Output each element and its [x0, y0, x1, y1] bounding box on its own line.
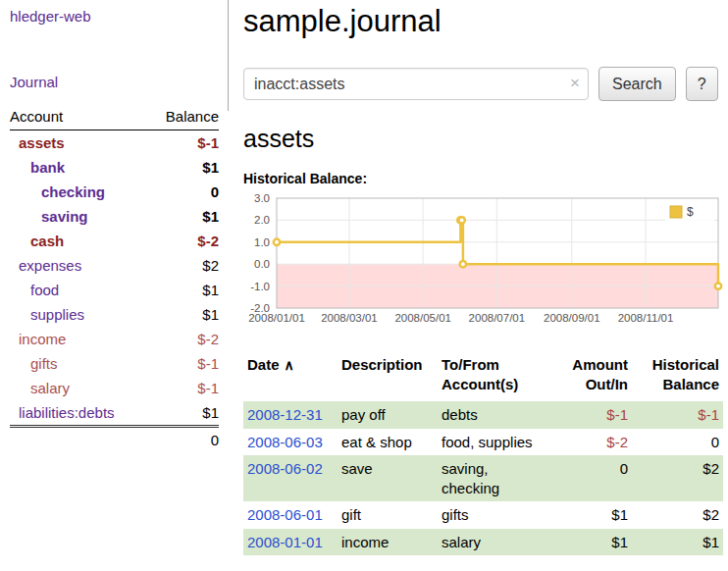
account-link[interactable]: assets: [19, 134, 65, 151]
account-balance: $-1: [148, 351, 219, 376]
transaction-row: 2008-06-01 gift gifts $1 $2: [243, 501, 723, 529]
column-header-description: Description: [338, 353, 438, 401]
svg-text:2.0: 2.0: [254, 214, 270, 226]
sidebar-divider: [228, 0, 229, 111]
account-link[interactable]: liabilities:debts: [19, 404, 115, 421]
transaction-row: 2008-01-01 income salary $1 $1: [243, 529, 723, 556]
account-link[interactable]: bank: [30, 159, 65, 176]
search-bar: × Search ?: [243, 67, 723, 101]
account-row: bank $1: [10, 155, 219, 180]
transaction-balance: $2: [632, 455, 723, 501]
search-button[interactable]: Search: [598, 67, 676, 101]
transaction-description: pay off: [338, 401, 438, 429]
column-header-balance: Historical Balance: [632, 353, 723, 401]
account-link[interactable]: supplies: [30, 306, 84, 323]
accounts-header-account: Account: [10, 106, 148, 130]
journal-link[interactable]: Journal: [10, 74, 58, 90]
sort-ascending-icon: ∧: [285, 357, 294, 373]
account-row: food $1: [10, 278, 219, 302]
transaction-accounts: saving, checking: [438, 455, 553, 501]
account-balance: $-1: [148, 130, 219, 156]
accounts-table: Account Balance assets $-1 bank $1 check…: [10, 106, 219, 452]
transaction-row: 2008-12-31 pay off debts $-1 $-1: [243, 401, 723, 429]
app-title-link[interactable]: hledger-web: [10, 8, 91, 25]
transaction-amount: $1: [553, 529, 632, 556]
svg-text:1.0: 1.0: [254, 236, 270, 248]
balance-chart-svg: 3.02.01.00.0-1.0-2.02008/01/012008/03/01…: [243, 192, 723, 330]
date-header-label: Date: [247, 356, 280, 373]
account-link[interactable]: saving: [41, 208, 88, 225]
help-button[interactable]: ?: [686, 67, 718, 101]
account-link[interactable]: gifts: [30, 355, 58, 372]
transaction-row: 2008-06-03 eat & shop food, supplies $-2…: [243, 429, 723, 456]
account-heading: assets: [243, 125, 723, 153]
svg-text:2008/03/01: 2008/03/01: [321, 312, 378, 324]
transactions-header-row: Date∧ Description To/From Account(s) Amo…: [243, 353, 723, 401]
transaction-amount: 0: [553, 455, 632, 501]
svg-text:3.0: 3.0: [254, 192, 270, 204]
svg-text:-1.0: -1.0: [250, 281, 270, 292]
account-balance: $-1: [148, 376, 219, 400]
svg-text:2008/05/01: 2008/05/01: [394, 312, 451, 324]
account-balance: $1: [148, 302, 219, 327]
sidebar: hledger-web Journal Account Balance asse…: [0, 0, 229, 452]
transactions-table: Date∧ Description To/From Account(s) Amo…: [243, 353, 723, 555]
account-balance: $1: [148, 155, 219, 180]
account-balance: $1: [148, 278, 219, 302]
accounts-total-row: 0: [10, 427, 219, 453]
account-row: gifts $-1: [10, 351, 219, 376]
main-content: sample.journal × Search ? assets Histori…: [243, 0, 723, 555]
account-row: saving $1: [10, 204, 219, 229]
accounts-total: 0: [148, 427, 219, 453]
account-row: expenses $2: [10, 253, 219, 278]
transaction-balance: $-1: [632, 401, 723, 429]
account-link[interactable]: cash: [30, 233, 64, 249]
chart-title: Historical Balance:: [243, 171, 723, 186]
account-balance: $1: [148, 204, 219, 229]
column-header-amount: Amount Out/In: [553, 353, 632, 401]
transaction-amount: $-1: [553, 401, 632, 429]
account-link[interactable]: checking: [41, 183, 105, 200]
svg-text:0.0: 0.0: [254, 258, 270, 270]
transaction-row: 2008-06-02 save saving, checking 0 $2: [243, 455, 723, 501]
svg-text:2008/09/01: 2008/09/01: [544, 312, 600, 324]
svg-text:2008/07/01: 2008/07/01: [469, 312, 526, 324]
account-link[interactable]: income: [19, 331, 66, 347]
transaction-date-link[interactable]: 2008-06-02: [247, 460, 323, 477]
account-row: income $-2: [10, 327, 219, 351]
svg-text:2008/11/01: 2008/11/01: [618, 312, 674, 324]
transaction-date-link[interactable]: 2008-06-01: [247, 506, 323, 523]
account-row: salary $-1: [10, 376, 219, 400]
svg-text:$: $: [687, 205, 694, 219]
transaction-description: gift: [338, 501, 438, 529]
page-title: sample.journal: [243, 4, 723, 39]
search-input[interactable]: [243, 68, 589, 100]
transaction-accounts: gifts: [438, 501, 553, 529]
accounts-header-balance: Balance: [148, 106, 219, 130]
account-link[interactable]: food: [30, 282, 59, 298]
transaction-date-link[interactable]: 2008-12-31: [247, 406, 323, 423]
account-balance: $-2: [148, 229, 219, 253]
transaction-amount: $1: [553, 501, 632, 529]
account-balance: $1: [148, 400, 219, 427]
transaction-description: income: [338, 529, 438, 556]
transaction-date-link[interactable]: 2008-06-03: [247, 434, 323, 450]
account-balance: 0: [148, 180, 219, 204]
transaction-accounts: food, supplies: [438, 429, 553, 456]
transaction-date-link[interactable]: 2008-01-01: [247, 534, 323, 550]
transaction-description: eat & shop: [338, 429, 438, 456]
column-header-date[interactable]: Date∧: [243, 353, 338, 401]
transaction-amount: $-2: [553, 429, 632, 456]
clear-search-icon[interactable]: ×: [570, 74, 580, 93]
transaction-accounts: debts: [438, 401, 553, 429]
account-link[interactable]: expenses: [19, 257, 81, 274]
transaction-accounts: salary: [438, 529, 553, 556]
account-row: cash $-2: [10, 229, 219, 253]
transaction-balance: $1: [632, 529, 723, 556]
account-row: checking 0: [10, 180, 219, 204]
account-row: liabilities:debts $1: [10, 400, 219, 427]
account-balance: $-2: [148, 327, 219, 351]
account-row: supplies $1: [10, 302, 219, 327]
column-header-accounts: To/From Account(s): [438, 353, 553, 401]
account-link[interactable]: salary: [30, 380, 70, 396]
